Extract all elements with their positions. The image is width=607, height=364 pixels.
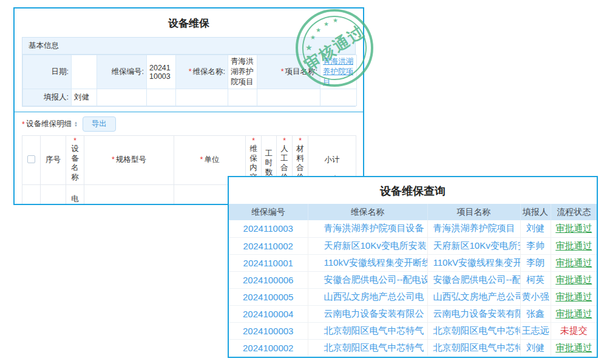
cell-reporter[interactable]: 李朗: [520, 254, 551, 271]
cell-code[interactable]: 2024110002: [229, 237, 308, 254]
query-row: 2024100006 安徽合肥供电公司--配电设 安徽合肥供电公司--配电设 柯…: [229, 271, 597, 288]
cell-project[interactable]: 安徽合肥供电公司--配电设: [427, 271, 520, 288]
required-mark: *: [281, 67, 284, 76]
status-badge: 审批通过: [555, 274, 592, 285]
project-link[interactable]: 青海洪湖养护院项目: [323, 57, 353, 86]
cell-status[interactable]: 审批通过: [551, 237, 597, 254]
status-badge: 审批通过: [555, 257, 592, 268]
cell-name[interactable]: 安徽合肥供电公司--配电设: [308, 271, 427, 288]
cell-project[interactable]: 北京朝阳区电气中芯特气: [427, 322, 520, 339]
code-label: 维保编号:: [97, 55, 147, 89]
status-badge: 审批通过: [555, 223, 592, 233]
project-label: *项目名称:: [257, 55, 320, 89]
query-row: 2024110001 110kV安徽线程集变开断线 110kV安徽线程集变开断线…: [229, 254, 597, 271]
cell-reporter[interactable]: 王志远: [520, 322, 551, 339]
name-value: 青海洪湖养护院项目: [228, 55, 257, 89]
cell-project[interactable]: 北京朝阳区电气中芯特气: [427, 339, 520, 356]
query-row: 2024100002 北京朝阳区电气中芯特气 北京朝阳区电气中芯特气 刘健 审批…: [229, 339, 597, 356]
query-panel: 设备维保查询 维保编号 维保名称 项目名称 填报人 流程状态 202411000…: [228, 176, 598, 358]
empty-cell: [176, 89, 228, 106]
cell-reporter[interactable]: 张鑫: [520, 305, 551, 322]
cell-name[interactable]: 北京朝阳区电气中芯特气: [308, 322, 427, 339]
basic-info-row-1: 日期: 维保编号: 2024110003 *维保名称: 青海洪湖养护院项目 *项…: [23, 55, 357, 89]
row-checkbox[interactable]: [27, 204, 35, 205]
cell-status[interactable]: 审批通过: [551, 254, 597, 271]
cell-name[interactable]: 110kV安徽线程集变开断线: [308, 254, 427, 271]
query-header-row: 维保编号 维保名称 项目名称 填报人 流程状态: [229, 204, 597, 220]
cell-code[interactable]: 2024100006: [229, 271, 308, 288]
cell-code[interactable]: 2024100005: [229, 288, 308, 305]
query-row: 2024110002 天府新区10Kv变电所安装 天府新区10Kv变电所安装 李…: [229, 237, 597, 254]
cell-model: 5KW: [84, 184, 174, 205]
cell-reporter[interactable]: 刘健: [520, 220, 551, 237]
column-header-code: 维保编号: [229, 204, 308, 220]
column-header-name: 维保名称: [308, 204, 427, 220]
cell-project[interactable]: 110kV安徽线程集变开断线: [427, 254, 520, 271]
query-table: 维保编号 维保名称 项目名称 填报人 流程状态 2024110003 青海洪湖养…: [229, 204, 597, 356]
column-header-model: *规格型号: [84, 136, 174, 185]
cell-reporter[interactable]: 李帅: [520, 237, 551, 254]
cell-project[interactable]: 青海洪湖养护院项目: [427, 220, 520, 237]
sort-icon[interactable]: ▲ ▼: [74, 121, 78, 127]
column-header-reporter: 填报人: [520, 204, 551, 220]
cell-name[interactable]: 青海洪湖养护院项目设备: [308, 220, 427, 237]
date-value: [72, 55, 97, 89]
column-header-index: 序号: [41, 136, 66, 185]
cell-code[interactable]: 2024100004: [229, 305, 308, 322]
cell-name[interactable]: 北京朝阳区电气中芯特气: [308, 339, 427, 356]
basic-info-section-title: 基本信息: [22, 38, 355, 55]
cell-status[interactable]: 审批通过: [551, 339, 597, 356]
name-label: *维保名称:: [176, 55, 228, 89]
cell-status[interactable]: 未提交: [551, 322, 597, 339]
cell-name[interactable]: 云南电力设备安装有限公: [308, 305, 427, 322]
query-row: 2024100003 北京朝阳区电气中芯特气 北京朝阳区电气中芯特气 王志远 未…: [229, 322, 597, 339]
cell-index: 1: [41, 184, 66, 205]
screen: 设备维保 基本信息 日期: 维保编号: 2024110003 *维保名称: 青海…: [0, 0, 607, 364]
cell-device: 电焊机: [66, 184, 84, 205]
cell-status[interactable]: 审批通过: [551, 305, 597, 322]
code-value: 2024110003: [147, 55, 176, 89]
basic-info-section: 基本信息 日期: 维保编号: 2024110003 *维保名称: 青海洪湖养护院…: [22, 37, 356, 107]
required-mark: *: [277, 138, 292, 144]
project-value: 青海洪湖养护院项目: [320, 55, 357, 89]
status-badge: 审批通过: [555, 291, 592, 302]
select-all-checkbox[interactable]: [27, 155, 35, 163]
cell-code[interactable]: 2024100003: [229, 322, 308, 339]
status-badge: 审批通过: [555, 308, 592, 318]
status-badge: 审批通过: [555, 240, 592, 251]
cell-reporter[interactable]: 刘健: [520, 339, 551, 356]
cell-status[interactable]: 审批通过: [551, 271, 597, 288]
cell-reporter[interactable]: 黄小强: [520, 288, 551, 305]
basic-info-row-2: 填报人: 刘健: [23, 89, 357, 106]
query-row: 2024100004 云南电力设备安装有限公 云南电力设备安装有限公 张鑫 审批…: [229, 305, 597, 322]
reporter-label: 填报人:: [23, 89, 72, 106]
empty-cell: [257, 89, 320, 106]
required-mark: *: [293, 138, 308, 144]
cell-name[interactable]: 天府新区10Kv变电所安装: [308, 237, 427, 254]
query-row: 2024100005 山西弘文房地产总公司电 山西弘文房地产总公司电 黄小强 审…: [229, 288, 597, 305]
cell-name[interactable]: 山西弘文房地产总公司电: [308, 288, 427, 305]
sort-down-icon: ▼: [74, 124, 78, 127]
required-mark: *: [22, 120, 25, 129]
cell-code[interactable]: 2024100002: [229, 339, 308, 356]
cell-project[interactable]: 天府新区10Kv变电所安装: [427, 237, 520, 254]
column-header-project: 项目名称: [427, 204, 520, 220]
cell-code[interactable]: 2024110003: [229, 220, 308, 237]
cell-status[interactable]: 审批通过: [551, 220, 597, 237]
cell-code[interactable]: 2024110001: [229, 254, 308, 271]
column-header-device: * 设备名称: [66, 136, 84, 185]
column-header-status: 流程状态: [551, 204, 597, 220]
query-row: 2024110003 青海洪湖养护院项目设备 青海洪湖养护院项目 刘健 审批通过: [229, 220, 597, 237]
empty-cell: [97, 89, 147, 106]
date-label: 日期:: [23, 55, 72, 89]
cell-project[interactable]: 云南电力设备安装有限公: [427, 305, 520, 322]
form-title: 设备维保: [15, 16, 363, 30]
required-mark: *: [66, 138, 84, 144]
basic-info-table: 日期: 维保编号: 2024110003 *维保名称: 青海洪湖养护院项目 *项…: [22, 55, 357, 106]
cell-project[interactable]: 山西弘文房地产总公司电: [427, 288, 520, 305]
detail-section-bar: * 设备维保明细 ▲ ▼ 导出: [22, 116, 356, 132]
select-all-cell: [22, 136, 41, 185]
export-button[interactable]: 导出: [83, 116, 116, 132]
cell-reporter[interactable]: 柯英: [520, 271, 551, 288]
cell-status[interactable]: 审批通过: [551, 288, 597, 305]
